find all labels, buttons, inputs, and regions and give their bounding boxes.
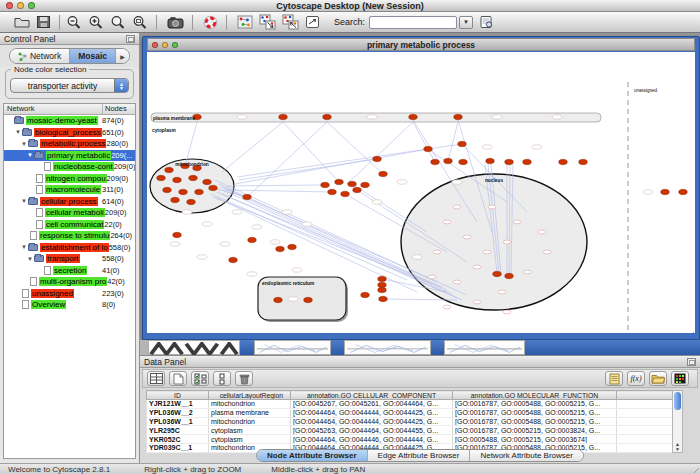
tree-item-multi-organism-pro[interactable]: multi-organism pro42(0) [4, 276, 135, 288]
open-folder-icon[interactable] [14, 13, 30, 31]
float-panel-icon[interactable] [126, 35, 135, 43]
table-cell[interactable]: plasma membrane [209, 408, 291, 417]
table-row[interactable]: YKR052Ccytoplasm[GO:0044464, GO:0044446,… [147, 435, 673, 444]
matrix-view-icon[interactable] [671, 371, 689, 386]
table-cell[interactable] [617, 408, 673, 417]
network-node[interactable] [304, 297, 313, 302]
network-node[interactable] [486, 158, 495, 163]
network-node[interactable] [173, 177, 182, 182]
table-column-header[interactable]: ID [147, 391, 209, 400]
table-column-header[interactable]: annotation.GO MOLECULAR_FUNCTION [453, 391, 617, 400]
new-attribute-icon[interactable] [169, 371, 187, 386]
network-node[interactable] [341, 191, 350, 196]
network-node[interactable] [321, 182, 330, 187]
annotation-page-icon[interactable] [305, 13, 320, 31]
network-node[interactable] [378, 287, 387, 292]
table-column-header[interactable]: annotation.GO CELLULAR_COMPONENT [291, 391, 453, 400]
network-node[interactable] [203, 179, 212, 184]
table-cell[interactable]: [GO:0016787, GO:0005488, GO:0005215, G..… [453, 417, 617, 426]
zoom-selected-icon[interactable] [132, 13, 148, 31]
table-cell[interactable]: YJR121W__1 [147, 400, 209, 409]
search-input[interactable] [369, 16, 457, 29]
table-cell[interactable] [617, 417, 673, 426]
tree-item-nitrogen-compou[interactable]: nitrogen compou209(0) [4, 173, 135, 185]
table-cell[interactable]: YKR052C [147, 435, 209, 444]
tree-column-network[interactable]: Network [4, 104, 103, 114]
network-node[interactable] [409, 114, 418, 119]
table-cell[interactable]: cytoplasm [209, 435, 291, 444]
background-window-thumb[interactable] [344, 340, 431, 355]
network-node[interactable] [195, 189, 204, 194]
network-node[interactable] [348, 181, 357, 186]
background-window-thumb[interactable] [254, 340, 331, 355]
tab-node-attribute-browser[interactable]: Node Attribute Browser [257, 450, 368, 461]
network-node[interactable] [157, 175, 166, 180]
network-node[interactable] [288, 244, 297, 249]
table-cell[interactable]: [GO:0045263, GO:0044464, GO:0044455, G..… [291, 426, 453, 435]
attribute-table-icon[interactable] [147, 371, 165, 386]
tree-expand-arrow[interactable]: ▼ [14, 129, 22, 135]
network-node[interactable] [229, 257, 238, 262]
network-node[interactable] [444, 158, 453, 163]
network-node[interactable] [431, 159, 440, 164]
network-node[interactable] [189, 175, 198, 180]
formula-fx-icon[interactable]: f(x) [627, 371, 645, 386]
network-node[interactable] [679, 189, 688, 194]
table-column-header[interactable] [617, 391, 673, 400]
network-node[interactable] [379, 171, 388, 176]
tree-item-primary-metabolic[interactable]: ▼primary metabolic209(... [4, 150, 135, 162]
scrollbar-thumb[interactable] [674, 392, 681, 410]
tree-item-cellular-process[interactable]: ▼cellular process614(0) [4, 196, 135, 208]
network-node[interactable] [661, 189, 670, 194]
table-row[interactable]: YJR121W__1mitochondrion[GO:0045267, GO:0… [147, 400, 673, 409]
table-cell[interactable]: mitochondrion [209, 400, 291, 409]
search-dropdown-icon[interactable]: ▼ [459, 16, 473, 29]
table-cell[interactable] [617, 426, 673, 435]
background-window-blue[interactable] [431, 340, 444, 355]
network-node[interactable] [454, 114, 463, 119]
table-cell[interactable] [617, 400, 673, 409]
tree-expand-arrow[interactable]: ▼ [26, 152, 34, 158]
network-node[interactable] [458, 141, 467, 146]
tree-item-response-to-stimulu[interactable]: response to stimulu264(0) [4, 230, 135, 242]
network-node[interactable] [335, 179, 344, 184]
tree-item-unassigned[interactable]: unassigned223(0) [4, 288, 135, 300]
network-node[interactable] [248, 237, 257, 242]
background-window-blue[interactable] [240, 340, 254, 355]
background-window-blue[interactable] [331, 340, 344, 355]
tree-item-macromolecule[interactable]: macromolecule311(0) [4, 184, 135, 196]
create-view-icon[interactable] [259, 13, 276, 31]
table-cell[interactable] [617, 435, 673, 444]
network-canvas[interactable]: plasma membranecytoplasmmitochondrionnuc… [147, 52, 695, 333]
tab-network-attribute-browser[interactable]: Network Attribute Browser [470, 450, 582, 461]
destroy-view-icon[interactable] [282, 13, 299, 31]
table-scrollbar[interactable]: ▲▼ [672, 390, 683, 453]
table-cell[interactable]: YLR295C [147, 426, 209, 435]
network-node[interactable] [361, 182, 370, 187]
save-icon[interactable] [36, 13, 51, 31]
network-node[interactable] [493, 271, 502, 276]
network-window-titlebar[interactable]: primary metabolic process [147, 38, 695, 51]
network-node[interactable] [378, 282, 387, 287]
network-node[interactable] [378, 276, 387, 281]
snapshot-camera-icon[interactable] [167, 13, 184, 31]
network-node[interactable] [276, 246, 285, 251]
network-node[interactable] [361, 292, 370, 297]
network-node[interactable] [163, 187, 172, 192]
tree-column-nodes[interactable]: Nodes [103, 104, 135, 114]
unselect-attributes-icon[interactable] [213, 371, 231, 386]
import-attributes-icon[interactable] [479, 13, 494, 31]
import-folder-icon[interactable] [649, 371, 667, 386]
table-cell[interactable]: [GO:0016787, GO:0005488, GO:0005215, G..… [453, 408, 617, 417]
network-node[interactable] [559, 159, 568, 164]
network-node[interactable] [379, 296, 388, 301]
network-node[interactable] [171, 197, 180, 202]
network-node[interactable] [243, 194, 252, 199]
network-node[interactable] [459, 159, 468, 164]
zoom-in-icon[interactable] [88, 13, 104, 31]
table-cell[interactable]: [GO:0044464, GO:0044446, GO:0044444, G..… [291, 435, 453, 444]
background-window-thumb[interactable] [444, 340, 525, 355]
table-column-header[interactable]: _cellularLayoutRegion [209, 391, 291, 400]
network-node[interactable] [424, 146, 433, 151]
network-node[interactable] [505, 159, 514, 164]
